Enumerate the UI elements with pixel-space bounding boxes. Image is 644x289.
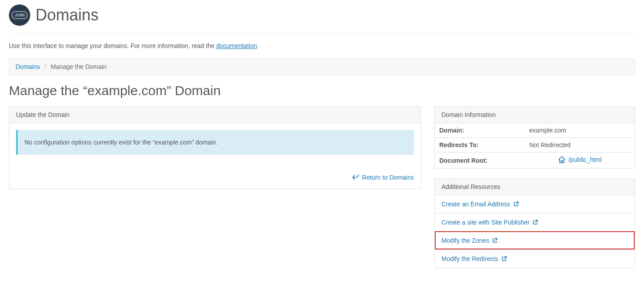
resource-label: Create a site with Site Publisher [441, 219, 529, 226]
additional-resources-panel: Additional Resources Create an Email Add… [434, 178, 635, 268]
intro-text: Use this interface to manage your domain… [9, 42, 635, 49]
domain-information-heading: Domain Information [435, 107, 635, 123]
info-label-redirects: Redirects To: [435, 138, 525, 153]
info-value-redirects: Not Redirected [525, 138, 635, 153]
page-title: Domains [36, 6, 99, 24]
info-label-domain: Domain: [435, 123, 525, 138]
additional-resources-heading: Additional Resources [435, 179, 635, 195]
breadcrumb-root-link[interactable]: Domains [16, 63, 40, 70]
resource-modify-redirects[interactable]: Modify the Redirects [435, 249, 635, 268]
no-config-alert: No configuration options currently exist… [16, 130, 414, 155]
home-icon [558, 156, 566, 163]
update-domain-panel: Update the Domain No configuration optio… [9, 106, 421, 189]
info-row-docroot: Document Root: /public_html [435, 153, 635, 169]
external-link-icon [513, 201, 519, 207]
domains-icon: .com [9, 4, 30, 26]
info-value-domain: example.com [525, 123, 635, 138]
resource-label: Modify the Redirects [441, 255, 498, 262]
info-row-domain: Domain: example.com [435, 123, 635, 138]
resource-modify-zones[interactable]: Modify the Zones [435, 231, 635, 249]
document-root-value: /public_html [568, 156, 602, 163]
resource-label: Create an Email Address [441, 201, 510, 208]
breadcrumb: Domains / Manage the Domain [9, 58, 635, 75]
domain-information-panel: Domain Information Domain: example.com R… [434, 106, 635, 169]
domains-icon-label: .com [12, 11, 27, 19]
external-link-icon [492, 237, 498, 244]
return-to-domains-label: Return to Domains [362, 174, 414, 181]
resource-site-publisher[interactable]: Create a site with Site Publisher [435, 213, 635, 231]
intro-text-before: Use this interface to manage your domain… [9, 42, 216, 49]
intro-text-after: . [257, 42, 259, 49]
update-domain-heading: Update the Domain [9, 107, 421, 123]
info-label-docroot: Document Root: [435, 153, 525, 169]
documentation-link[interactable]: documentation [216, 42, 257, 49]
return-to-domains-link[interactable]: Return to Domains [352, 174, 414, 181]
document-root-link[interactable]: /public_html [558, 156, 602, 163]
breadcrumb-separator: / [44, 63, 46, 70]
info-row-redirects: Redirects To: Not Redirected [435, 138, 635, 153]
external-link-icon [501, 256, 507, 262]
page-header: .com Domains [9, 0, 635, 34]
breadcrumb-current: Manage the Domain [51, 63, 107, 70]
resource-create-email[interactable]: Create an Email Address [435, 195, 635, 213]
resource-label: Modify the Zones [441, 237, 489, 244]
external-link-icon [532, 219, 538, 225]
subheading: Manage the “example.com” Domain [9, 83, 635, 98]
return-arrow-icon [352, 174, 359, 181]
